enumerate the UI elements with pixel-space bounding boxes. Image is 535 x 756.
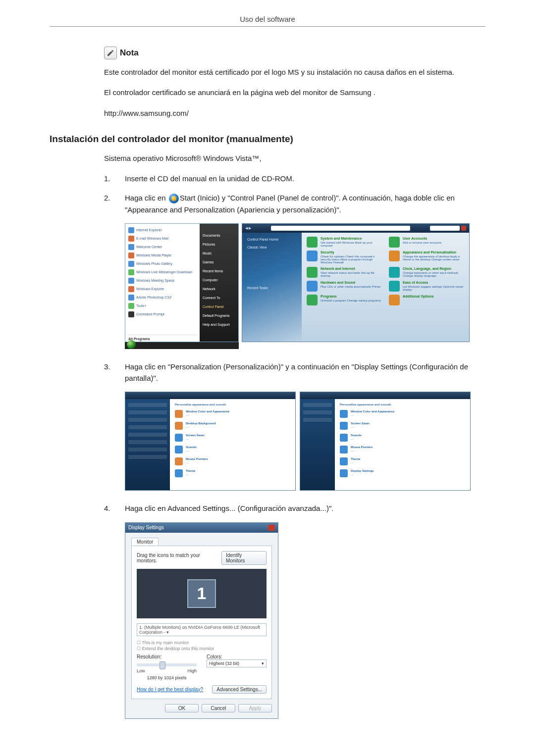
personalization-heading: Personalize appearance and sounds xyxy=(175,403,290,406)
start-item: E-mail Windows Mail xyxy=(136,237,168,240)
cp-item-sub: Change the appearance of desktop Apply a… xyxy=(403,255,464,261)
advanced-settings-button: Advanced Settings... xyxy=(212,685,267,694)
cp-item-title: Hardware and Sound xyxy=(321,281,380,284)
cp-side-item: Recent Tasks xyxy=(247,286,297,291)
start-right-item: Default Programs xyxy=(203,314,235,320)
step-text: Inserte el CD del manual en la unidad de… xyxy=(125,173,481,184)
colors-label: Colors: xyxy=(207,654,267,659)
start-right-control-panel: Control Panel xyxy=(203,305,235,311)
steps-list: 1. Inserte el CD del manual en la unidad… xyxy=(104,173,481,215)
step-text: Haga clic en "Personalization (Personali… xyxy=(125,361,481,384)
step-1: 1. Inserte el CD del manual en la unidad… xyxy=(104,173,481,184)
start-right-item: Network xyxy=(203,287,235,293)
section-body: Sistema operativo Microsoft® Windows Vis… xyxy=(104,152,481,719)
cp-category-icon xyxy=(389,237,400,248)
page-header-title: Uso del software xyxy=(50,15,485,26)
cp-item-title: Additional Options xyxy=(403,295,434,298)
appearance-item-icon xyxy=(340,469,348,477)
step-number: 4. xyxy=(104,503,114,514)
cp-side-item: Classic View xyxy=(247,246,297,251)
cp-item-sub: View network status and tasks Set up fil… xyxy=(321,271,382,277)
monitor-icon: 1 xyxy=(187,579,216,608)
header-rule xyxy=(50,26,485,27)
dialog-title-text: Display Settings xyxy=(128,525,164,530)
step-text: Haga clic en Advanced Settings... (Confi… xyxy=(125,503,481,514)
appearance-titlebar xyxy=(300,392,470,399)
appearance-item: Mouse Pointers xyxy=(351,446,373,449)
note-pencil-icon xyxy=(104,47,117,59)
start-item: Internet Explorer xyxy=(136,228,162,232)
appearance-item-icon xyxy=(340,457,348,465)
close-icon xyxy=(268,525,275,531)
start-right-item: Documents xyxy=(203,234,235,240)
start-item: Windows Photo Gallery xyxy=(136,262,172,265)
pers-item-icon xyxy=(175,469,183,477)
control-panel-body: Control Panel Home Classic View Recent T… xyxy=(242,233,469,342)
apply-button: Apply xyxy=(238,704,272,712)
extend-desktop-checkbox: ☐ Extend the desktop onto this monitor xyxy=(137,646,267,651)
start-menu-window: Internet Explorer E-mail Windows Mail We… xyxy=(125,223,239,342)
appearance-item-icon xyxy=(340,422,348,430)
pers-item-icon xyxy=(175,422,183,430)
start-right-item: Games xyxy=(203,260,235,266)
start-item: Windows Live Messenger Download xyxy=(136,270,192,274)
start-right-item: Connect To xyxy=(203,296,235,302)
monitor-number: 1 xyxy=(197,584,207,603)
cp-category-icon xyxy=(307,251,318,261)
cp-item-title: User Accounts xyxy=(403,237,441,240)
slider-thumb-icon xyxy=(160,661,165,669)
cp-item-sub: Check for updates Check this computer's … xyxy=(321,255,382,264)
chevron-down-icon: ▾ xyxy=(262,661,264,666)
start-right-item: Recent Items xyxy=(203,269,235,275)
pers-item: Desktop Background xyxy=(186,422,215,425)
steps-list-continued: 3. Haga clic en "Personalization (Person… xyxy=(104,361,481,384)
dialog-body: Monitor Drag the icons to match your mon… xyxy=(125,533,278,718)
monitor-select-combo: 1. (Multiple Monitors) on NVIDIA GeForce… xyxy=(137,623,267,636)
cp-item-title: Ease of Access xyxy=(403,281,464,284)
start-item: Command Prompt xyxy=(136,312,164,316)
screenshot-personalization-and-appearance: Personalize appearance and sounds Window… xyxy=(125,392,481,491)
pers-item: Window Color and Appearance xyxy=(186,410,229,413)
note-paragraph-1: Este controlador del monitor está certif… xyxy=(104,66,481,78)
cp-category-icon xyxy=(307,237,318,248)
start-item: Windows Meeting Space xyxy=(136,279,174,282)
screenshot-display-settings-dialog: Display Settings Monitor Drag the icons … xyxy=(125,522,278,719)
monitor-preview: 1 xyxy=(137,569,267,618)
appearance-sidebar xyxy=(300,399,335,490)
step-number: 1. xyxy=(104,173,114,184)
cp-item-title: Network and Internet xyxy=(321,267,382,270)
steps-list-continued-2: 4. Haga clic en Advanced Settings... (Co… xyxy=(104,503,481,514)
start-item: Welcome Center xyxy=(136,245,162,249)
screenshot-control-panel-window: ◀ ▶ Control Panel Home Classic View Rece… xyxy=(242,223,470,342)
identify-monitors-button: Identify Monitors xyxy=(221,551,267,565)
step-text: Haga clic en Start (Inicio) y "Control P… xyxy=(125,192,481,215)
personalization-window: Personalize appearance and sounds Window… xyxy=(125,392,296,491)
appearance-main: Personalize appearance and sounds Window… xyxy=(335,399,470,490)
control-panel-titlebar: ◀ ▶ xyxy=(242,224,469,233)
slider-low-label: Low xyxy=(137,668,145,673)
colors-column: Colors: Highest (32 bit)▾ xyxy=(207,654,267,680)
cp-side-item: Control Panel Home xyxy=(247,238,297,243)
screenshot-start-and-control-panel: Internet Explorer E-mail Windows Mail We… xyxy=(125,223,481,349)
start-right-item: Help and Support xyxy=(203,323,235,329)
start-right-item: Computer xyxy=(203,278,235,284)
cp-item-sub: Let Windows suggest settings Optimize vi… xyxy=(403,285,464,291)
start-all-programs: All Programs xyxy=(128,335,197,341)
pers-item-icon xyxy=(175,457,183,465)
close-icon xyxy=(461,226,466,231)
appearance-item: Display Settings xyxy=(351,469,374,472)
note-block: Nota Este controlador del monitor está c… xyxy=(104,47,481,119)
pers-item: Mouse Pointers xyxy=(186,457,208,460)
appearance-item-icon xyxy=(340,446,348,454)
note-paragraph-2: El controlador certificado se anunciará … xyxy=(104,87,481,98)
personalization-main: Personalize appearance and sounds Window… xyxy=(170,399,295,490)
section-heading: Instalación del controlador del monitor … xyxy=(50,134,485,145)
cp-item-title: Appearance and Personalization xyxy=(403,251,464,254)
cp-item-title: Clock, Language, and Region xyxy=(403,267,464,270)
main-monitor-checkbox: ☐ This is my main monitor xyxy=(137,640,267,645)
appearance-item-icon xyxy=(340,410,348,418)
step-number: 2. xyxy=(104,192,114,215)
pers-item: Theme xyxy=(186,469,195,472)
start-item: Windows Explorer xyxy=(136,287,164,291)
dialog-drag-text: Drag the icons to match your monitors. xyxy=(137,553,221,563)
